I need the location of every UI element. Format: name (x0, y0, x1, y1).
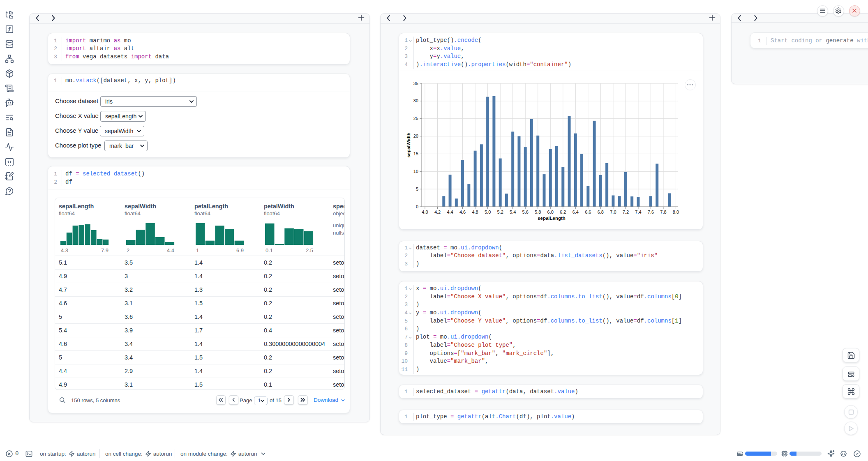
svg-text:4.6: 4.6 (459, 210, 466, 214)
svg-text:10: 10 (413, 169, 418, 174)
svg-text:7.6: 7.6 (648, 210, 654, 214)
svg-text:7.4: 7.4 (635, 210, 641, 214)
svg-text:5: 5 (416, 187, 418, 191)
svg-text:5.4: 5.4 (510, 210, 516, 214)
svg-text:7.0: 7.0 (610, 210, 616, 214)
svg-text:20: 20 (413, 134, 418, 138)
svg-text:4.2: 4.2 (434, 210, 441, 214)
svg-text:5.6: 5.6 (522, 210, 529, 214)
svg-text:sepalLength: sepalLength (538, 216, 566, 221)
svg-text:8.0: 8.0 (673, 210, 679, 214)
svg-text:sepalWidth: sepalWidth (406, 132, 411, 157)
svg-text:5.8: 5.8 (535, 210, 541, 214)
svg-text:7.2: 7.2 (623, 210, 629, 214)
svg-text:5.0: 5.0 (485, 210, 491, 214)
svg-text:35: 35 (413, 81, 418, 86)
svg-text:15: 15 (413, 151, 418, 156)
svg-text:30: 30 (413, 98, 418, 103)
svg-text:6.8: 6.8 (598, 210, 604, 214)
svg-text:6.0: 6.0 (547, 210, 554, 214)
svg-text:4.0: 4.0 (422, 210, 428, 214)
svg-text:6.4: 6.4 (573, 210, 579, 214)
svg-text:7.8: 7.8 (660, 210, 666, 214)
svg-text:0: 0 (416, 204, 418, 209)
svg-text:6.6: 6.6 (585, 210, 591, 214)
svg-text:4.4: 4.4 (447, 210, 453, 214)
svg-text:6.2: 6.2 (560, 210, 566, 214)
svg-text:25: 25 (413, 116, 418, 121)
svg-text:4.8: 4.8 (472, 210, 478, 214)
svg-text:5.2: 5.2 (497, 210, 503, 214)
